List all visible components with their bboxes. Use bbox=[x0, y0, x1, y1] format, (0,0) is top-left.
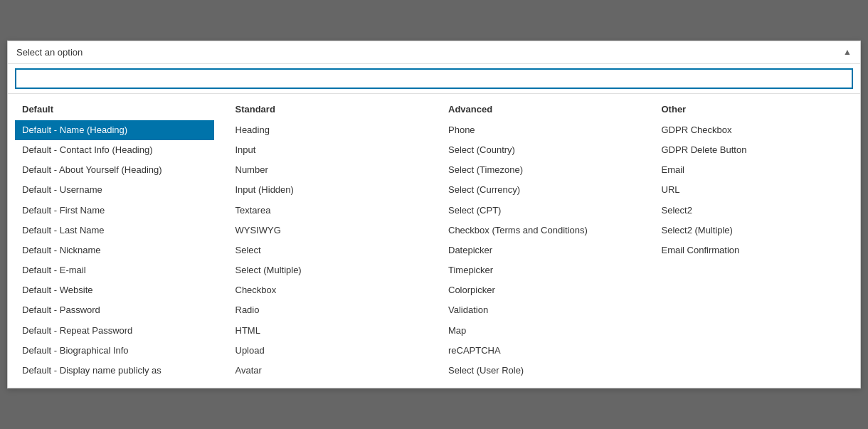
list-item[interactable]: Select bbox=[228, 240, 428, 260]
list-item[interactable]: Default - Biographical Info bbox=[15, 341, 214, 361]
search-container bbox=[8, 64, 860, 94]
column-standard: Standard HeadingInputNumberInput (Hidden… bbox=[221, 101, 435, 381]
list-item[interactable]: Select (CPT) bbox=[441, 201, 640, 221]
list-item[interactable]: Select (Timezone) bbox=[441, 160, 640, 180]
list-item[interactable]: Default - E-mail bbox=[15, 260, 214, 280]
columns-wrapper: Default Default - Name (Heading)Default … bbox=[8, 94, 860, 388]
dropdown-header: Select an option ▲ bbox=[8, 41, 860, 64]
list-item[interactable]: Checkbox (Terms and Conditions) bbox=[441, 221, 640, 240]
list-item[interactable]: Datepicker bbox=[441, 240, 640, 260]
list-item[interactable]: Select (Multiple) bbox=[228, 260, 428, 280]
list-item[interactable]: Select2 (Multiple) bbox=[655, 221, 854, 240]
list-item[interactable]: Upload bbox=[228, 341, 428, 361]
list-item[interactable]: Input (Hidden) bbox=[228, 180, 428, 200]
column-default: Default Default - Name (Heading)Default … bbox=[8, 101, 221, 381]
list-item[interactable]: Input bbox=[228, 140, 428, 160]
list-item[interactable]: Timepicker bbox=[441, 260, 640, 280]
column-header-standard: Standard bbox=[228, 101, 428, 120]
list-item[interactable]: GDPR Checkbox bbox=[655, 120, 854, 140]
list-item[interactable]: Default - Name (Heading) bbox=[15, 120, 214, 140]
list-item[interactable]: Select (Currency) bbox=[441, 180, 640, 200]
list-item[interactable]: Default - Password bbox=[15, 300, 214, 320]
list-item[interactable]: Default - Repeat Password bbox=[15, 321, 214, 341]
list-item[interactable]: Colorpicker bbox=[441, 280, 640, 300]
list-item[interactable]: Select2 bbox=[655, 201, 854, 221]
list-item[interactable]: Radio bbox=[228, 300, 428, 320]
list-item[interactable]: Email Confirmation bbox=[655, 240, 854, 260]
list-item[interactable]: HTML bbox=[228, 321, 428, 341]
list-item[interactable]: Default - Display name publicly as bbox=[15, 361, 214, 381]
column-header-advanced: Advanced bbox=[441, 101, 640, 120]
column-header-default: Default bbox=[15, 101, 214, 120]
list-item[interactable]: Default - Username bbox=[15, 180, 214, 200]
list-item[interactable]: Select (User Role) bbox=[441, 361, 640, 381]
list-item[interactable]: WYSIWYG bbox=[228, 221, 428, 240]
list-item[interactable]: Map bbox=[441, 321, 640, 341]
list-item[interactable]: Select (Country) bbox=[441, 140, 640, 160]
dropdown-arrow-icon: ▲ bbox=[843, 47, 852, 57]
list-item[interactable]: Validation bbox=[441, 300, 640, 320]
list-item[interactable]: Default - Nickname bbox=[15, 240, 214, 260]
list-item[interactable]: Default - Contact Info (Heading) bbox=[15, 140, 214, 160]
column-other: Other GDPR CheckboxGDPR Delete ButtonEma… bbox=[647, 101, 861, 381]
list-item[interactable]: Default - About Yourself (Heading) bbox=[15, 160, 214, 180]
list-item[interactable]: Heading bbox=[228, 120, 428, 140]
dropdown-header-title: Select an option bbox=[16, 47, 83, 58]
list-item[interactable]: Default - First Name bbox=[15, 201, 214, 221]
search-input[interactable] bbox=[15, 68, 853, 89]
column-advanced: Advanced PhoneSelect (Country)Select (Ti… bbox=[434, 101, 647, 381]
list-item[interactable]: GDPR Delete Button bbox=[655, 140, 854, 160]
list-item[interactable]: Email bbox=[655, 160, 854, 180]
column-header-other: Other bbox=[655, 101, 854, 120]
list-item[interactable]: Textarea bbox=[228, 201, 428, 221]
list-item[interactable]: Checkbox bbox=[228, 280, 428, 300]
list-item[interactable]: Default - Website bbox=[15, 280, 214, 300]
list-item[interactable]: URL bbox=[655, 180, 854, 200]
list-item[interactable]: Phone bbox=[441, 120, 640, 140]
list-item[interactable]: reCAPTCHA bbox=[441, 341, 640, 361]
list-item[interactable]: Avatar bbox=[228, 361, 428, 381]
list-item[interactable]: Number bbox=[228, 160, 428, 180]
dropdown-container: Select an option ▲ Default Default - Nam… bbox=[7, 41, 861, 388]
list-item[interactable]: Default - Last Name bbox=[15, 221, 214, 240]
